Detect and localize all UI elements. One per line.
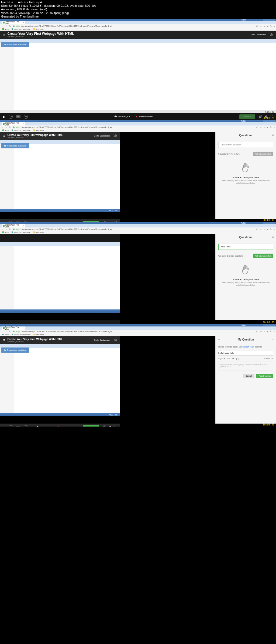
close-icon[interactable]: × — [272, 338, 274, 341]
play-button[interactable]: ▶ — [3, 425, 5, 427]
tab-close-icon[interactable]: × — [23, 224, 24, 227]
nav-forward-icon[interactable]: → — [5, 25, 8, 28]
nav-forward-icon[interactable]: → — [5, 330, 8, 333]
resources-button[interactable]: 🗀 Resources available — [1, 143, 29, 148]
skip-forward-button[interactable]: 15 — [24, 115, 28, 119]
bookmark-inbox[interactable]: Inbox - robinrnhane — [12, 28, 30, 30]
code-icon[interactable]: </> — [227, 358, 230, 360]
ask-question-button[interactable]: Ask a new question — [253, 152, 273, 156]
bookmark-reference[interactable]: Reference — [33, 130, 44, 131]
camera-icon[interactable]: ◙ — [267, 126, 268, 129]
search-icon[interactable]: ⊙ — [256, 228, 258, 231]
browser-tab[interactable]: Create Your First Web × — [2, 21, 25, 24]
bookmark-apps[interactable]: Apps — [2, 334, 9, 336]
star-icon[interactable]: ☆ — [260, 126, 262, 129]
skip-forward-button[interactable]: 15 — [24, 425, 28, 427]
window-close-button[interactable] — [271, 222, 275, 224]
resources-button[interactable]: 🗀 Resources available — [1, 42, 29, 47]
bookmark-inbox[interactable]: Inbox - robinrnhane — [12, 130, 30, 131]
star-icon[interactable]: ☆ — [260, 228, 262, 231]
nav-reload-icon[interactable]: ↻ — [9, 228, 11, 231]
edit-icon[interactable]: ✎ — [270, 228, 272, 231]
continue-button[interactable]: Continue › — [239, 114, 255, 119]
play-button[interactable]: ▶ — [3, 115, 5, 119]
tab-close-icon[interactable]: × — [23, 327, 24, 329]
nav-reload-icon[interactable]: ↻ — [9, 25, 11, 28]
url-bar[interactable]: https://www.udemy.com/draft/780056/learn… — [13, 330, 254, 333]
window-max-button[interactable] — [267, 325, 271, 326]
ask-question-button[interactable]: Ask a new question — [253, 254, 273, 258]
window-min-button[interactable] — [263, 19, 267, 21]
bookmark-reference[interactable]: Reference — [33, 334, 44, 336]
speed-button[interactable]: 1x — [16, 115, 20, 118]
close-icon[interactable]: × — [272, 236, 274, 239]
bookmark-apps[interactable]: Apps — [2, 130, 9, 131]
nav-back-icon[interactable]: ← — [1, 228, 4, 231]
add-bookmark-button[interactable]: 🔖Add Bookmark — [57, 426, 75, 427]
search-icon[interactable]: ⊙ — [256, 126, 258, 129]
stack-icon[interactable]: ≡ — [264, 25, 265, 28]
question-search-input[interactable]: hello i nee| — [218, 244, 273, 250]
hamburger-icon[interactable]: ≡ — [3, 33, 5, 37]
support-team-link[interactable]: Support Team — [243, 346, 254, 348]
stack-icon[interactable]: ≡ — [264, 330, 265, 333]
resources-button[interactable]: 🗀 Resources available — [1, 347, 29, 353]
star-icon[interactable]: ☆ — [260, 330, 262, 333]
camera-icon[interactable]: ◙ — [267, 25, 268, 28]
nav-reload-icon[interactable]: ↻ — [9, 126, 11, 129]
question-body-input[interactable]: Describe what you're trying to achieve a… — [218, 362, 273, 371]
nav-back-icon[interactable]: ← — [1, 126, 4, 129]
dashboard-button[interactable]: Go to Dashboard — [250, 33, 266, 36]
camera-icon[interactable]: ◙ — [267, 330, 268, 333]
close-icon[interactable]: × — [272, 134, 274, 137]
url-bar[interactable]: https://www.udemy.com/draft/780056/learn… — [13, 25, 254, 27]
bookmark-apps[interactable]: Apps — [2, 28, 9, 30]
dashboard-button[interactable]: Go to Dashboard — [94, 135, 110, 137]
info-icon[interactable]: ⓘ — [270, 33, 273, 37]
tab-close-icon[interactable]: × — [23, 21, 24, 24]
info-icon[interactable]: ⓘ — [114, 134, 117, 138]
volume-icon[interactable]: 🔊 — [258, 115, 262, 118]
bookmark-apps[interactable]: Apps — [2, 231, 9, 233]
menu-icon[interactable]: ≡ — [274, 25, 275, 28]
menu-icon[interactable]: ≡ — [274, 126, 275, 129]
skip-back-button[interactable]: 15 — [9, 425, 13, 427]
edit-icon[interactable]: ✎ — [270, 126, 272, 129]
bookmark-inbox[interactable]: Inbox - robinrnhane — [12, 231, 30, 233]
edit-icon[interactable]: ✎ — [270, 330, 272, 333]
bookmark-inbox[interactable]: Inbox - robinrnhane — [12, 334, 30, 336]
continue-button[interactable]: Continue › — [83, 425, 99, 427]
edit-html-button[interactable]: Edit HTML — [264, 358, 273, 360]
browser-tab[interactable]: Create Your First Web × — [2, 224, 25, 227]
styles-dropdown[interactable]: Styles ▾ — [218, 358, 225, 360]
camera-icon[interactable]: ◙ — [267, 228, 268, 231]
window-min-button[interactable] — [263, 222, 267, 224]
window-max-button[interactable] — [267, 19, 271, 21]
menu-icon[interactable]: ≡ — [274, 228, 275, 231]
nav-forward-icon[interactable]: → — [5, 126, 8, 129]
bookmark-reference[interactable]: Reference — [33, 28, 44, 30]
nav-back-icon[interactable]: ← — [1, 25, 4, 28]
nav-reload-icon[interactable]: ↻ — [9, 330, 11, 333]
browser-tab[interactable]: Create Your First Web × — [2, 122, 25, 125]
brackets-icon[interactable]: {...} — [236, 358, 239, 360]
speed-button[interactable]: 1x — [16, 426, 20, 427]
skip-back-button[interactable]: 15 — [9, 115, 13, 119]
browse-qa-button[interactable]: 💬Browse Q&A — [114, 115, 130, 118]
volume-icon[interactable]: 🔊 — [102, 425, 106, 427]
bookmark-reference[interactable]: Reference — [33, 231, 44, 233]
nav-forward-icon[interactable]: → — [5, 228, 8, 231]
tab-close-icon[interactable]: × — [23, 122, 24, 125]
window-max-button[interactable] — [267, 120, 271, 122]
browser-tab[interactable]: Create Your First Web × — [2, 326, 25, 330]
window-min-button[interactable] — [263, 325, 267, 326]
hamburger-icon[interactable]: ≡ — [3, 134, 5, 138]
question-title-input[interactable] — [218, 351, 273, 356]
window-max-button[interactable] — [267, 222, 271, 224]
edit-icon[interactable]: ✎ — [270, 25, 272, 28]
star-icon[interactable]: ☆ — [260, 25, 262, 28]
window-close-button[interactable] — [271, 120, 275, 122]
window-close-button[interactable] — [271, 325, 275, 326]
fullscreen-icon[interactable]: ⛶ — [114, 425, 117, 427]
hamburger-icon[interactable]: ≡ — [3, 338, 5, 342]
